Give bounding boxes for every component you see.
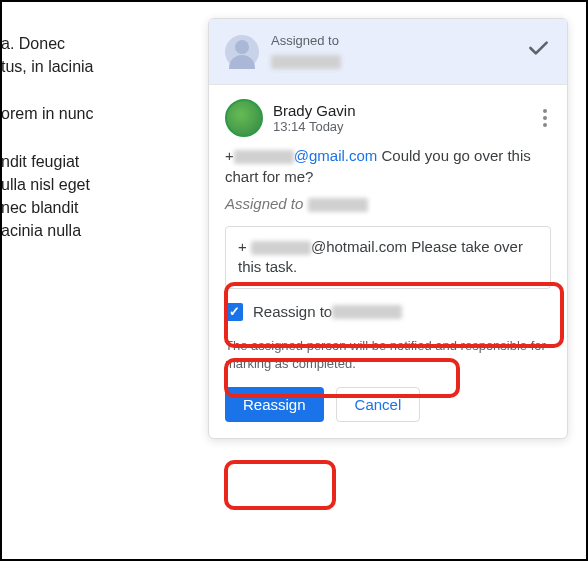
highlight-annotation: [224, 460, 336, 510]
reply-mention-prefix: +: [238, 238, 251, 255]
mark-done-button[interactable]: [525, 35, 551, 68]
mention-domain: @gmail.com: [294, 147, 378, 164]
reassign-label: Reassign to: [253, 303, 332, 320]
assignee-name: ██████: [271, 55, 341, 69]
comment-body: +██████@gmail.com Could you go over this…: [225, 145, 551, 187]
reassign-button[interactable]: Reassign: [225, 387, 324, 422]
assigned-to-line: Assigned to ██████: [225, 195, 551, 212]
bg-paragraph: a. Donec tus, in lacinia: [1, 32, 197, 78]
assignment-header: Assigned to ██████: [209, 19, 567, 85]
assignee-avatar-icon: [225, 35, 259, 69]
bg-paragraph: orem in nunc: [1, 102, 197, 125]
author-avatar-icon: [225, 99, 263, 137]
reassign-target: ██████: [332, 305, 402, 319]
mention-prefix: +: [225, 147, 234, 164]
reply-mention-domain: @hotmail.com: [311, 238, 407, 255]
bg-paragraph: ndit feugiat ulla nisl eget nec blandit …: [1, 150, 197, 243]
action-buttons: Reassign Cancel: [225, 387, 551, 422]
comment-header: Brady Gavin 13:14 Today: [225, 99, 551, 137]
reply-mention-user: ██████: [251, 241, 311, 255]
comment-timestamp: 13:14 Today: [273, 119, 356, 134]
author-name: Brady Gavin: [273, 102, 356, 119]
reassign-checkbox[interactable]: ✓: [225, 303, 243, 321]
reply-input[interactable]: + ██████@hotmail.com Please take over th…: [225, 226, 551, 289]
reassign-note: The assigned person will be notified and…: [225, 337, 551, 373]
reassign-row: ✓ Reassign to ██████: [225, 303, 551, 321]
more-options-button[interactable]: [539, 105, 551, 131]
assigned-to-label: Assigned to: [271, 33, 525, 48]
assigned-name: ██████: [308, 198, 368, 212]
cancel-button[interactable]: Cancel: [336, 387, 421, 422]
comment-card: Assigned to ██████ Brady Gavin 13:14 Tod…: [208, 18, 568, 439]
mention-user: ██████: [234, 150, 294, 164]
document-background-text: a. Donec tus, in lacinia orem in nunc nd…: [0, 22, 197, 266]
